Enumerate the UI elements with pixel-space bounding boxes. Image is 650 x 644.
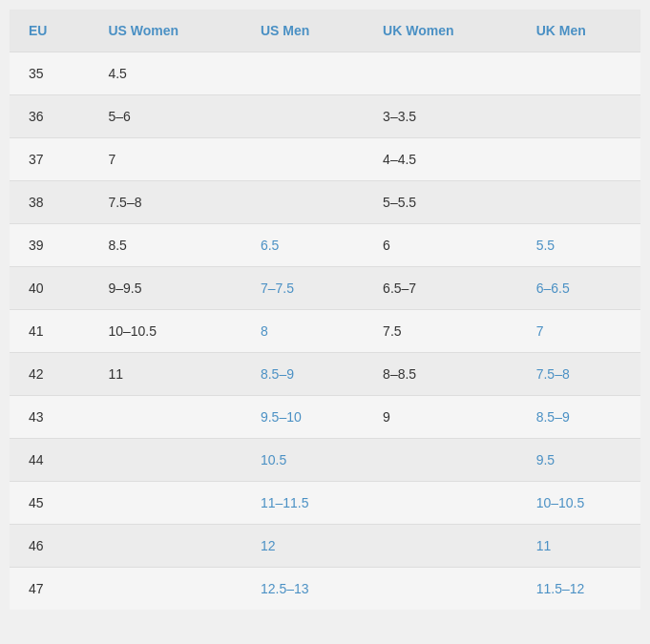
table-cell: 8.5–9 [517, 396, 640, 439]
table-cell: 5.5 [517, 224, 640, 267]
header-uk-women: UK Women [364, 10, 517, 52]
table-cell: 44 [10, 439, 89, 482]
table-cell [364, 568, 517, 611]
table-cell: 3–3.5 [364, 95, 517, 138]
table-cell: 9 [364, 396, 517, 439]
table-cell: 7 [517, 310, 640, 353]
table-row: 4410.59.5 [10, 439, 640, 482]
table-cell: 38 [10, 181, 89, 224]
table-cell: 10–10.5 [517, 482, 640, 525]
table-cell: 7 [89, 138, 241, 181]
table-cell: 39 [10, 224, 89, 267]
table-cell: 5–6 [89, 95, 241, 138]
table-cell [241, 52, 364, 95]
table-cell: 8 [241, 310, 364, 353]
table-row: 398.56.565.5 [10, 224, 640, 267]
table-row: 42118.5–98–8.57.5–8 [10, 353, 640, 396]
table-cell [364, 52, 517, 95]
table-cell [364, 482, 517, 525]
table-cell: 47 [10, 568, 89, 611]
table-cell [89, 525, 241, 568]
table-row: 387.5–85–5.5 [10, 181, 640, 224]
table-cell: 11.5–12 [517, 568, 640, 611]
table-row: 439.5–1098.5–9 [10, 396, 640, 439]
header-us-men: US Men [241, 10, 364, 52]
table-cell: 10–10.5 [89, 310, 241, 353]
table-cell: 7.5–8 [89, 181, 241, 224]
table-cell [241, 95, 364, 138]
table-cell: 8.5–9 [241, 353, 364, 396]
table-cell [89, 568, 241, 611]
table-cell [517, 52, 640, 95]
table-cell: 35 [10, 52, 89, 95]
table-cell: 7–7.5 [241, 267, 364, 310]
table-cell [89, 396, 241, 439]
table-row: 365–63–3.5 [10, 95, 640, 138]
table-cell [364, 439, 517, 482]
table-cell: 11 [89, 353, 241, 396]
table-cell [241, 138, 364, 181]
table-row: 3774–4.5 [10, 138, 640, 181]
table-cell: 6 [364, 224, 517, 267]
table-cell: 45 [10, 482, 89, 525]
table-cell: 11 [517, 525, 640, 568]
table-cell: 6.5–7 [364, 267, 517, 310]
table-cell: 6–6.5 [517, 267, 640, 310]
table-cell: 36 [10, 95, 89, 138]
table-cell: 8–8.5 [364, 353, 517, 396]
table-cell [517, 95, 640, 138]
table-cell: 9–9.5 [89, 267, 241, 310]
table-cell: 43 [10, 396, 89, 439]
table-cell: 4.5 [89, 52, 241, 95]
size-chart-container: EU US Women US Men UK Women UK Men 354.5… [10, 10, 640, 610]
table-header-row: EU US Women US Men UK Women UK Men [10, 10, 640, 52]
header-eu: EU [10, 10, 89, 52]
size-chart-table: EU US Women US Men UK Women UK Men 354.5… [10, 10, 640, 610]
table-cell: 12 [241, 525, 364, 568]
table-cell [89, 439, 241, 482]
header-uk-men: UK Men [517, 10, 640, 52]
table-cell: 10.5 [241, 439, 364, 482]
table-cell [517, 181, 640, 224]
table-cell: 5–5.5 [364, 181, 517, 224]
table-cell: 4–4.5 [364, 138, 517, 181]
table-cell: 40 [10, 267, 89, 310]
table-cell: 6.5 [241, 224, 364, 267]
table-cell: 9.5–10 [241, 396, 364, 439]
table-row: 461211 [10, 525, 640, 568]
table-cell: 11–11.5 [241, 482, 364, 525]
table-cell: 46 [10, 525, 89, 568]
table-row: 4712.5–1311.5–12 [10, 568, 640, 611]
table-row: 409–9.57–7.56.5–76–6.5 [10, 267, 640, 310]
table-cell [517, 138, 640, 181]
table-cell: 9.5 [517, 439, 640, 482]
table-cell: 12.5–13 [241, 568, 364, 611]
table-cell: 41 [10, 310, 89, 353]
table-cell [89, 482, 241, 525]
table-cell: 7.5 [364, 310, 517, 353]
table-cell: 37 [10, 138, 89, 181]
table-row: 4110–10.587.57 [10, 310, 640, 353]
header-us-women: US Women [89, 10, 241, 52]
table-row: 354.5 [10, 52, 640, 95]
table-cell: 8.5 [89, 224, 241, 267]
table-cell [241, 181, 364, 224]
table-cell: 7.5–8 [517, 353, 640, 396]
table-row: 4511–11.510–10.5 [10, 482, 640, 525]
table-cell: 42 [10, 353, 89, 396]
table-cell [364, 525, 517, 568]
